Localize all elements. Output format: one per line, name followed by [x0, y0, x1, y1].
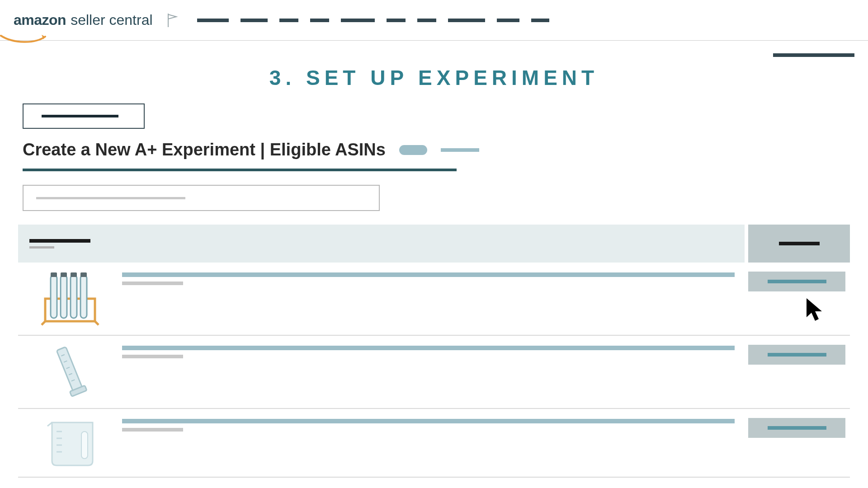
- svg-line-2: [42, 321, 45, 325]
- create-experiment-button[interactable]: [748, 272, 845, 291]
- create-experiment-button[interactable]: [748, 345, 845, 365]
- nav-menu: [197, 19, 549, 22]
- nav-item[interactable]: [310, 19, 329, 22]
- table-header: [18, 225, 850, 263]
- product-title[interactable]: [122, 346, 735, 350]
- search-placeholder: [36, 197, 185, 199]
- nav-item[interactable]: [531, 19, 549, 22]
- nav-item[interactable]: [497, 19, 519, 22]
- svg-rect-10: [71, 272, 77, 277]
- cylinder-icon: [45, 345, 95, 399]
- svg-rect-23: [81, 432, 88, 459]
- svg-rect-7: [80, 275, 87, 318]
- product-image: [18, 418, 122, 468]
- nav-item[interactable]: [387, 19, 406, 22]
- back-button[interactable]: [23, 103, 145, 129]
- step-title: 3. SET UP EXPERIMENT: [18, 66, 850, 90]
- table-row: [18, 263, 850, 336]
- svg-rect-8: [51, 272, 57, 277]
- product-title[interactable]: [122, 419, 735, 423]
- svg-rect-9: [61, 272, 67, 277]
- nav-item[interactable]: [279, 19, 298, 22]
- column-header-action[interactable]: [748, 225, 850, 263]
- product-image: [18, 345, 122, 399]
- product-asin: [122, 355, 183, 358]
- product-title[interactable]: [122, 272, 735, 277]
- info-text: [441, 148, 479, 152]
- svg-rect-4: [51, 275, 57, 318]
- table-row: [18, 336, 850, 409]
- asin-table: [18, 225, 850, 478]
- logo-smile-icon: [0, 35, 50, 43]
- svg-rect-5: [61, 275, 67, 318]
- test-tubes-icon: [41, 272, 99, 326]
- nav-item[interactable]: [448, 19, 485, 22]
- product-asin: [122, 282, 183, 285]
- create-experiment-button[interactable]: [748, 418, 845, 438]
- logo-amazon-text: amazon: [14, 12, 66, 28]
- back-button-label: [42, 115, 118, 117]
- top-right-link[interactable]: [773, 53, 854, 57]
- product-asin: [122, 428, 183, 432]
- table-row: [18, 409, 850, 478]
- search-input[interactable]: [23, 185, 380, 211]
- beaker-icon: [43, 418, 97, 468]
- svg-line-3: [95, 321, 99, 325]
- nav-item[interactable]: [197, 19, 229, 22]
- top-bar: amazon seller central: [0, 0, 868, 41]
- heading-underline: [23, 169, 457, 171]
- logo[interactable]: amazon seller central: [14, 12, 153, 28]
- product-image: [18, 272, 122, 326]
- info-pill-icon[interactable]: [399, 145, 427, 155]
- flag-icon[interactable]: [166, 13, 179, 28]
- nav-item[interactable]: [417, 19, 436, 22]
- page-heading: Create a New A+ Experiment | Eligible AS…: [23, 140, 386, 160]
- svg-rect-11: [80, 272, 87, 277]
- svg-rect-6: [71, 275, 77, 318]
- column-header-product[interactable]: [18, 225, 745, 263]
- svg-rect-12: [57, 347, 83, 393]
- nav-item[interactable]: [341, 19, 375, 22]
- nav-item[interactable]: [241, 19, 268, 22]
- logo-seller-central-text: seller central: [71, 12, 152, 28]
